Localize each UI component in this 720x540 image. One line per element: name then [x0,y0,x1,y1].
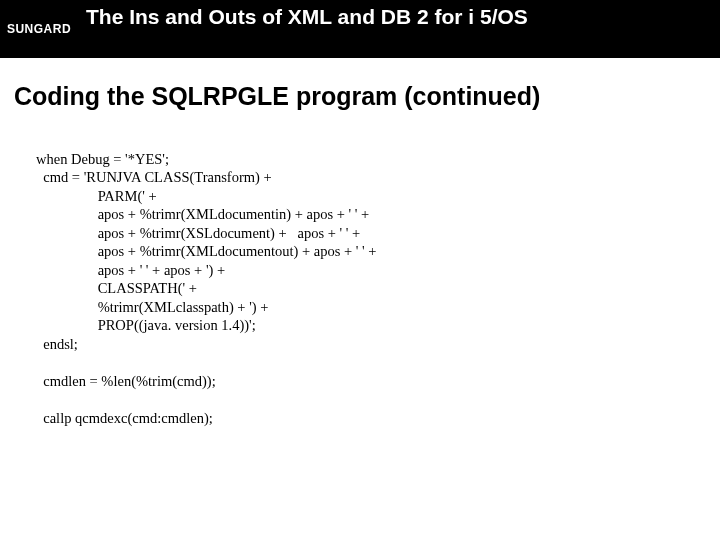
code-line: endsl; [36,336,78,352]
brand-logo: SUNGARD [0,0,78,58]
code-line: apos + %trimr(XMLdocumentout) + apos + '… [36,243,376,259]
section-heading: Coding the SQLRPGLE program (continued) [14,82,720,111]
code-line: callp qcmdexc(cmd:cmdlen); [36,410,213,426]
code-line: apos + %trimr(XMLdocumentin) + apos + ' … [36,206,369,222]
code-line: apos + ' ' + apos + ') + [36,262,225,278]
code-line: %trimr(XMLclasspath) + ') + [36,299,268,315]
code-line: CLASSPATH(' + [36,280,197,296]
header-bar: SUNGARD The Ins and Outs of XML and DB 2… [0,0,720,58]
page-title: The Ins and Outs of XML and DB 2 for i 5… [86,5,528,29]
code-line: apos + %trimr(XSLdocument) + apos + ' ' … [36,225,360,241]
code-line: PARM(' + [36,188,157,204]
code-line: when Debug = '*YES'; [36,151,169,167]
code-line: PROP((java. version 1.4))'; [36,317,256,333]
code-line: cmd = 'RUNJVA CLASS(Transform) + [36,169,272,185]
code-line: cmdlen = %len(%trim(cmd)); [36,373,216,389]
code-block: when Debug = '*YES'; cmd = 'RUNJVA CLASS… [36,131,720,428]
brand-logo-text: SUNGARD [7,22,71,36]
